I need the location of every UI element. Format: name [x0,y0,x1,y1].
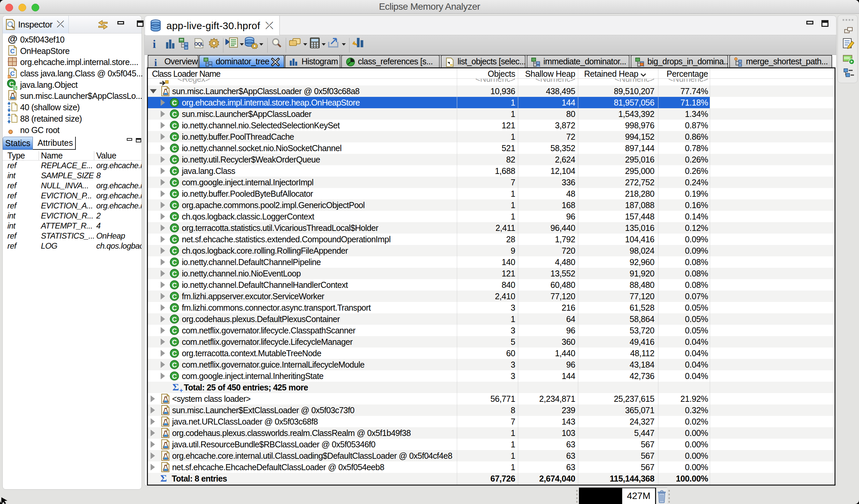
svg-text:C: C [172,372,177,380]
svg-text:C: C [172,178,177,186]
svg-text:C: C [172,110,177,117]
svg-text:C: C [172,349,177,357]
svg-text:C: C [172,156,177,163]
svg-text:Σ: Σ [160,473,167,484]
svg-text:C: C [172,258,177,266]
svg-text:C: C [172,270,177,277]
svg-text:C: C [172,304,177,311]
svg-text:C: C [172,281,177,288]
svg-text:C: C [172,167,177,175]
svg-text:C: C [172,293,177,300]
svg-text:C: C [172,247,177,254]
svg-text:C: C [172,213,177,220]
svg-text:C: C [172,236,177,243]
svg-text:C: C [172,361,177,368]
svg-text:i: i [154,57,157,67]
svg-text:C: C [172,144,177,152]
svg-text:+: + [179,387,183,393]
svg-text:C: C [172,327,177,334]
svg-text:C: C [172,224,177,232]
svg-text:C: C [172,338,177,346]
svg-text:C: C [172,315,177,323]
svg-text:i: i [153,38,156,50]
svg-text:Σ: Σ [172,382,179,392]
svg-text:C: C [172,122,177,129]
svg-text:C: C [172,133,177,140]
svg-text:C: C [172,99,177,106]
svg-text:OQL: OQL [194,41,204,47]
svg-text:C: C [172,190,177,198]
svg-text:C: C [172,201,177,209]
